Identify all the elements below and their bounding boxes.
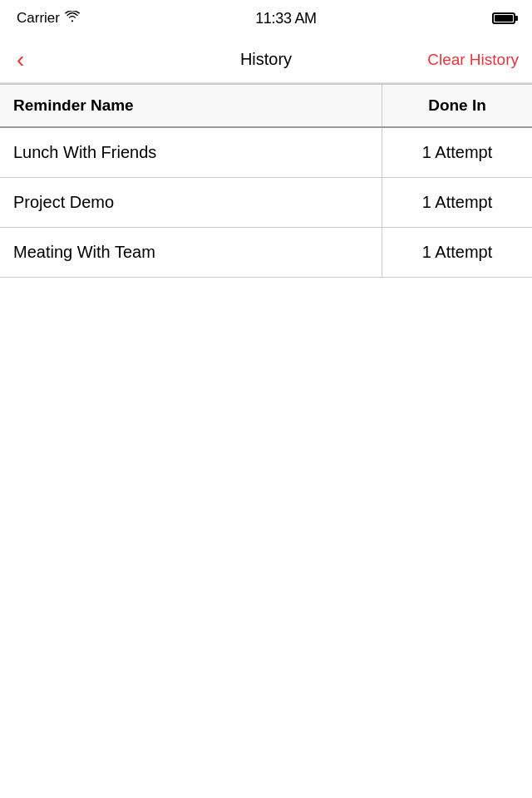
- history-table: Reminder Name Done In Lunch With Friends…: [0, 83, 532, 278]
- wifi-icon: [65, 10, 80, 27]
- table-row: Meating With Team 1 Attempt: [0, 228, 532, 278]
- done-in-cell: 1 Attempt: [382, 228, 532, 277]
- status-bar: Carrier 11:33 AM: [0, 0, 532, 37]
- reminder-name-cell: Lunch With Friends: [0, 128, 382, 177]
- battery-icon: [492, 12, 515, 24]
- status-left: Carrier: [17, 10, 80, 27]
- done-in-cell: 1 Attempt: [382, 178, 532, 227]
- carrier-label: Carrier: [17, 10, 60, 27]
- status-time: 11:33 AM: [255, 10, 317, 27]
- reminder-name-cell: Project Demo: [0, 178, 382, 227]
- header-done-in: Done In: [382, 85, 532, 126]
- battery-fill: [495, 15, 513, 22]
- nav-bar: ‹ History Clear History: [0, 37, 532, 83]
- clear-history-button[interactable]: Clear History: [427, 51, 519, 69]
- back-chevron-icon: ‹: [17, 48, 24, 71]
- done-in-cell: 1 Attempt: [382, 128, 532, 177]
- table-row: Lunch With Friends 1 Attempt: [0, 128, 532, 178]
- back-button[interactable]: ‹: [13, 42, 27, 78]
- header-reminder-name: Reminder Name: [0, 85, 382, 126]
- table-row: Project Demo 1 Attempt: [0, 178, 532, 228]
- reminder-name-cell: Meating With Team: [0, 228, 382, 277]
- table-header: Reminder Name Done In: [0, 84, 532, 128]
- battery-container: [492, 12, 515, 24]
- page-title: History: [240, 50, 292, 69]
